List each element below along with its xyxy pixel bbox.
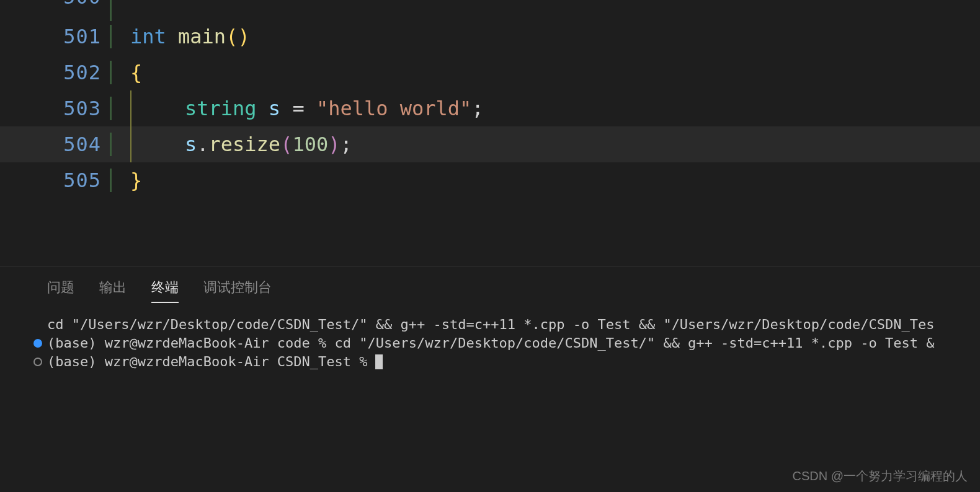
token-operator: = [280,97,316,120]
token-semicolon: ; [471,97,483,120]
line-number: 501 [63,25,101,48]
tab-terminal[interactable]: 终端 [151,278,179,303]
token-semicolon: ; [340,133,352,156]
token-keyword: int [130,25,166,48]
terminal[interactable]: cd "/Users/wzr/Desktop/code/CSDN_Test/" … [0,303,980,371]
code-content: s.resize(100); [112,126,352,162]
terminal-text: cd "/Users/wzr/Desktop/code/CSDN_Test/" … [47,315,934,334]
token-function: resize [209,133,281,156]
code-line: 505 } [0,162,980,198]
line-number: 500 [63,0,101,9]
terminal-text: (base) wzr@wzrdeMacBook-Air CSDN_Test % [47,353,368,371]
line-number-gutter: 503 [0,97,112,120]
terminal-text: (base) wzr@wzrdeMacBook-Air code % cd "/… [47,334,934,353]
token-paren: ) [238,25,249,48]
token-type: string [185,97,257,120]
token-paren: ( [226,25,238,48]
token-string: "hello world" [316,97,471,120]
bottom-panel: 问题 输出 终端 调试控制台 cd "/Users/wzr/Desktop/co… [0,266,980,492]
terminal-line: (base) wzr@wzrdeMacBook-Air code % cd "/… [47,334,980,353]
line-number: 505 [63,169,101,192]
tab-output[interactable]: 输出 [99,278,127,303]
terminal-line: (base) wzr@wzrdeMacBook-Air CSDN_Test % [47,353,980,371]
terminal-cursor-icon [375,354,383,369]
line-number-gutter: 502 [0,61,112,84]
code-content: int main() [112,25,250,48]
code-line-current: 504 s.resize(100); [0,126,980,162]
token-dot: . [197,133,208,156]
panel-tabs: 问题 输出 终端 调试控制台 [0,278,980,303]
code-line: 502 { [0,55,980,90]
code-line: 501 int main() [0,19,980,55]
indent-guide [130,90,131,126]
line-number: 503 [63,97,101,120]
indent-guide [130,126,131,162]
status-dot-outline-icon [33,358,42,366]
tab-debug-console[interactable]: 调试控制台 [203,278,272,303]
line-number: 504 [63,133,101,156]
token-number: 100 [292,133,328,156]
terminal-line: cd "/Users/wzr/Desktop/code/CSDN_Test/" … [47,315,980,334]
code-content: { [112,61,142,84]
line-number-gutter: 500 [0,0,112,21]
code-content: } [112,169,142,192]
line-number-gutter: 505 [0,169,112,192]
code-content: string s = "hello world"; [112,90,484,126]
watermark: CSDN @一个努力学习编程的人 [792,468,968,485]
line-number-gutter: 504 [0,133,112,156]
token-function: main [178,25,226,48]
line-number: 502 [63,61,101,84]
token-variable: s [269,97,280,120]
token-brace: } [130,169,142,192]
token-paren: ( [280,133,292,156]
code-line: 500 [0,0,980,19]
tab-problems[interactable]: 问题 [47,278,74,303]
code-line: 503 string s = "hello world"; [0,90,980,126]
token-paren: ) [328,133,340,156]
token-brace: { [130,61,142,84]
token-variable: s [185,133,197,156]
line-number-gutter: 501 [0,25,112,48]
status-dot-icon [33,339,42,348]
code-editor[interactable]: 500 501 int main() 502 { 503 string s = … [0,0,980,198]
